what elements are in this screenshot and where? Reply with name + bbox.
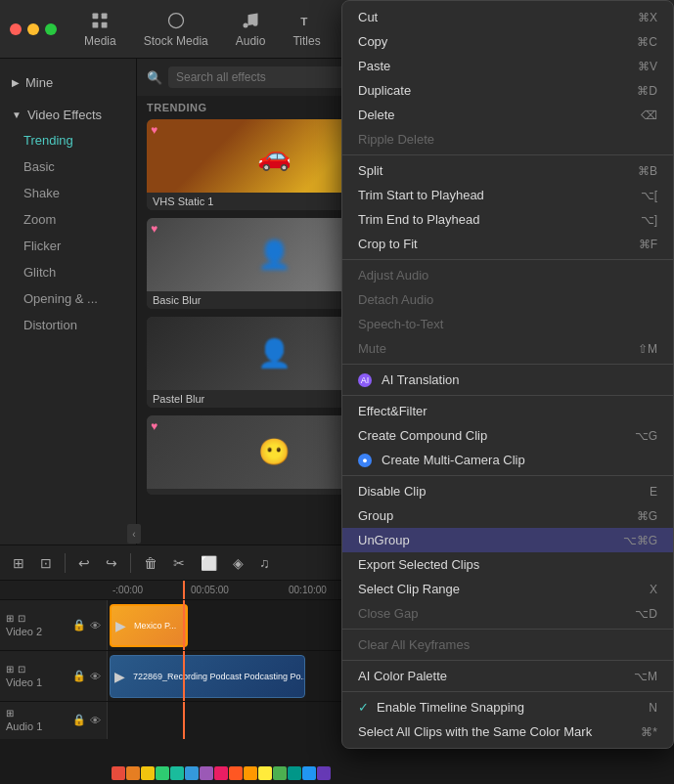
color-swatch-amber[interactable] — [244, 766, 257, 780]
track-icon2-video2: ⊡ — [18, 613, 25, 624]
chevron-left-icon: ‹ — [132, 529, 135, 540]
color-swatch-orange[interactable] — [126, 766, 140, 780]
ctx-effect-filter[interactable]: Effect&Filter — [342, 399, 673, 423]
transform-button[interactable]: ⬜ — [196, 552, 222, 574]
ctx-copy[interactable]: Copy ⌘C — [342, 29, 673, 54]
ctx-group-label: Group — [358, 508, 393, 523]
nav-item-titles[interactable]: T Titles — [281, 7, 332, 52]
sidebar-item-basic[interactable]: Basic — [0, 153, 136, 180]
color-swatch-green[interactable] — [156, 766, 169, 780]
color-swatch-deeppurple[interactable] — [317, 766, 331, 780]
color-swatch-teal[interactable] — [170, 766, 184, 780]
sidebar-item-shake[interactable]: Shake — [0, 180, 136, 206]
sidebar-item-opening[interactable]: Opening & ... — [0, 285, 136, 312]
ctx-delete[interactable]: Delete ⌫ — [342, 103, 673, 127]
sidebar-item-flicker[interactable]: Flicker — [0, 233, 136, 259]
ctx-paste[interactable]: Paste ⌘V — [342, 54, 673, 78]
playhead-track-video1 — [183, 651, 185, 701]
sidebar-item-trending[interactable]: Trending — [0, 127, 136, 153]
color-swatch-lightgreen[interactable] — [273, 766, 287, 780]
color-swatch-lightblue[interactable] — [302, 766, 316, 780]
playhead[interactable] — [183, 581, 185, 599]
ctx-paste-shortcut: ⌘V — [638, 60, 657, 73]
sidebar-label-video-effects: Video Effects — [27, 108, 102, 122]
timecode-0: -:00:00 — [112, 585, 143, 595]
track-eye-video2[interactable]: 👁 — [90, 620, 101, 632]
color-swatch-pink[interactable] — [214, 766, 228, 780]
ctx-disable-clip[interactable]: Disable Clip E — [342, 479, 673, 503]
color-swatch-purple[interactable] — [200, 766, 213, 780]
left-sidebar: ▶ Mine ▼ Video Effects Trending Basic Sh… — [0, 59, 137, 544]
ctx-ungroup[interactable]: UnGroup ⌥⌘G — [342, 528, 673, 552]
ctx-ai-color[interactable]: AI Color Palette ⌥M — [342, 664, 673, 688]
sidebar-collapse-button[interactable]: ‹ — [127, 524, 141, 544]
ctx-delete-label: Delete — [358, 108, 395, 122]
sidebar-item-distortion[interactable]: Distortion — [0, 312, 136, 338]
track-lock-video2[interactable]: 🔒 — [72, 619, 86, 632]
track-name-video2: Video 2 — [6, 626, 42, 637]
ctx-ai-translation[interactable]: AI AI Translation — [342, 368, 673, 392]
ctx-trim-start[interactable]: Trim Start to Playhead ⌥[ — [342, 183, 673, 207]
track-lock-video1[interactable]: 🔒 — [72, 670, 86, 682]
nav-item-stock[interactable]: Stock Media — [132, 7, 220, 52]
ctx-select-range[interactable]: Select Clip Range X — [342, 577, 673, 601]
ctx-group[interactable]: Group ⌘G — [342, 503, 673, 528]
color-swatch-red[interactable] — [112, 766, 125, 780]
color-swatch-blue[interactable] — [185, 766, 199, 780]
ctx-duplicate[interactable]: Duplicate ⌘D — [342, 78, 673, 103]
sidebar-item-glitch[interactable]: Glitch — [0, 259, 136, 285]
ctx-export-selected[interactable]: Export Selected Clips — [342, 552, 673, 577]
sidebar-item-zoom[interactable]: Zoom — [0, 206, 136, 233]
clip-podcast[interactable]: ▶ 722869_Recording Podcast Podcasting Po… — [110, 655, 305, 698]
timecode-1: 00:05:00 — [191, 585, 229, 595]
undo-button[interactable]: ↩ — [73, 552, 95, 574]
audio-sync-button[interactable]: ♫ — [254, 552, 275, 574]
ctx-trim-end[interactable]: Trim End to Playhead ⌥] — [342, 207, 673, 232]
sidebar-header-mine[interactable]: ▶ Mine — [0, 70, 136, 95]
color-swatch-yellow[interactable] — [141, 766, 155, 780]
nav-item-audio[interactable]: Audio — [224, 7, 278, 52]
ctx-create-compound[interactable]: Create Compound Clip ⌥G — [342, 423, 673, 448]
track-icon-video1: ⊞ — [6, 664, 14, 675]
clip-icon-mexico: ▶ — [112, 618, 130, 633]
separator-6 — [342, 629, 673, 630]
track-eye-video1[interactable]: 👁 — [90, 671, 101, 682]
ctx-crop-fit[interactable]: Crop to Fit ⌘F — [342, 232, 673, 256]
delete-button[interactable]: 🗑 — [139, 552, 162, 574]
ctx-cut[interactable]: Cut ⌘X — [342, 5, 673, 29]
ctx-trim-end-shortcut: ⌥] — [641, 213, 657, 227]
ai-translation-badge: AI — [358, 373, 372, 387]
sidebar-header-video-effects[interactable]: ▼ Video Effects — [0, 103, 136, 127]
ctx-create-multicam[interactable]: ● Create Multi-Camera Clip — [342, 448, 673, 472]
separator-3 — [342, 364, 673, 365]
nav-item-media[interactable]: Media — [72, 7, 128, 52]
ctx-enable-snapping[interactable]: ✓ Enable Timeline Snapping N — [342, 695, 673, 719]
multicam-badge: ● — [358, 454, 372, 467]
separator-2 — [342, 259, 673, 260]
redo-button[interactable]: ↪ — [101, 552, 122, 574]
cut-button[interactable]: ✂ — [168, 552, 190, 574]
separator-5 — [342, 475, 673, 476]
color-swatch-cyan[interactable] — [288, 766, 301, 780]
fullscreen-button[interactable] — [45, 23, 57, 35]
search-icon: 🔍 — [147, 70, 162, 85]
color-swatch-lime[interactable] — [258, 766, 272, 780]
ctx-select-same-color[interactable]: Select All Clips with the Same Color Mar… — [342, 719, 673, 744]
ctx-ungroup-shortcut: ⌥⌘G — [623, 534, 657, 547]
sidebar-section-video-effects: ▼ Video Effects Trending Basic Shake Zoo… — [0, 99, 136, 342]
close-button[interactable] — [10, 23, 22, 35]
ctx-adjust-audio-label: Adjust Audio — [358, 268, 428, 283]
track-icon-video2: ⊞ — [6, 613, 14, 624]
clip-mexico[interactable]: ▶ Mexico P... — [110, 604, 188, 647]
track-lock-audio1[interactable]: 🔒 — [72, 714, 86, 726]
mask-button[interactable]: ◈ — [228, 552, 248, 574]
minimize-button[interactable] — [27, 23, 39, 35]
ctx-detach-audio: Detach Audio — [342, 287, 673, 312]
ctx-delete-shortcut: ⌫ — [641, 109, 657, 122]
snap-button[interactable]: ⊡ — [35, 552, 57, 574]
ctx-mute-shortcut: ⇧M — [638, 342, 657, 356]
undo-group-button[interactable]: ⊞ — [8, 552, 29, 574]
color-swatch-deeporange[interactable] — [229, 766, 243, 780]
track-eye-audio1[interactable]: 👁 — [90, 715, 101, 726]
ctx-split[interactable]: Split ⌘B — [342, 158, 673, 183]
